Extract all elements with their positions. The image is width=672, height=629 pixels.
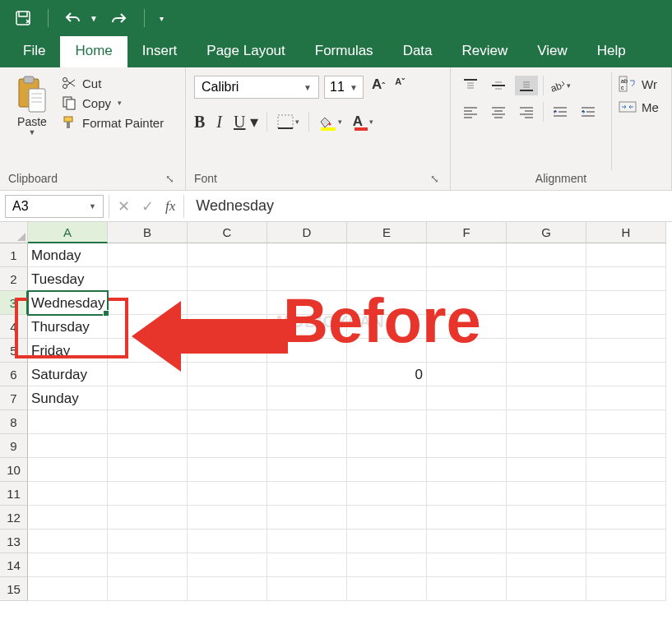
tab-view[interactable]: View: [522, 36, 582, 67]
cell-E11[interactable]: [347, 482, 427, 506]
cell-F5[interactable]: [427, 339, 507, 363]
row-header-9[interactable]: 9: [0, 434, 28, 458]
tab-file[interactable]: File: [8, 36, 60, 67]
cell-F9[interactable]: [427, 434, 507, 458]
cancel-formula-button[interactable]: ✕: [118, 197, 130, 215]
cut-button[interactable]: Cut: [61, 76, 164, 90]
enter-formula-button[interactable]: ✓: [141, 197, 154, 215]
cell-F6[interactable]: [427, 363, 507, 386]
cell-H11[interactable]: [586, 482, 666, 506]
italic-button[interactable]: I: [216, 113, 222, 132]
cell-G14[interactable]: [507, 553, 586, 577]
cell-E10[interactable]: [347, 458, 427, 482]
undo-button[interactable]: [60, 7, 86, 30]
orientation-button[interactable]: ab▾: [549, 76, 572, 95]
cell-G11[interactable]: [507, 482, 586, 506]
underline-dropdown-icon[interactable]: ▾: [250, 112, 258, 132]
cell-D3[interactable]: [267, 291, 347, 315]
cell-F4[interactable]: [427, 315, 507, 339]
cell-F7[interactable]: [427, 386, 507, 410]
clipboard-launcher-icon[interactable]: ⤡: [163, 173, 177, 185]
fx-icon[interactable]: fx: [165, 198, 175, 215]
cell-E14[interactable]: [347, 553, 427, 577]
cell-E13[interactable]: [347, 530, 427, 553]
cell-C14[interactable]: [188, 553, 267, 577]
cell-G13[interactable]: [507, 530, 586, 553]
increase-font-size-button[interactable]: Aˆ: [368, 76, 388, 98]
cell-F14[interactable]: [427, 553, 507, 577]
cell-B11[interactable]: [108, 482, 188, 506]
cell-D7[interactable]: [267, 386, 347, 410]
cell-B10[interactable]: [108, 458, 188, 482]
cell-D14[interactable]: [267, 553, 347, 577]
cell-F10[interactable]: [427, 458, 507, 482]
cell-F12[interactable]: [427, 506, 507, 530]
cell-E3[interactable]: [347, 291, 427, 315]
cell-A2[interactable]: Tuesday: [28, 267, 108, 291]
tab-home[interactable]: Home: [60, 36, 127, 67]
row-header-14[interactable]: 14: [0, 553, 28, 577]
cell-E2[interactable]: [347, 267, 427, 291]
cell-C6[interactable]: [188, 363, 267, 386]
cell-C11[interactable]: [188, 482, 267, 506]
align-middle-button[interactable]: [487, 76, 510, 95]
merge-center-button[interactable]: Me: [619, 99, 659, 115]
cell-G2[interactable]: [507, 267, 586, 291]
cell-A12[interactable]: [28, 506, 108, 530]
row-header-7[interactable]: 7: [0, 386, 28, 410]
cell-A5[interactable]: Friday: [28, 339, 108, 363]
column-header-D[interactable]: D: [267, 222, 347, 243]
formula-bar[interactable]: Wednesday: [184, 195, 672, 218]
cell-B14[interactable]: [108, 553, 188, 577]
tab-page-layout[interactable]: Page Layout: [192, 36, 299, 67]
row-header-13[interactable]: 13: [0, 530, 28, 553]
cell-C9[interactable]: [188, 434, 267, 458]
column-header-F[interactable]: F: [427, 222, 507, 243]
cell-F13[interactable]: [427, 530, 507, 553]
column-header-C[interactable]: C: [188, 222, 267, 243]
cell-H4[interactable]: [586, 315, 666, 339]
cell-C15[interactable]: [188, 577, 267, 601]
bold-button[interactable]: B: [194, 113, 205, 132]
cell-A15[interactable]: [28, 577, 108, 601]
row-header-3[interactable]: 3: [0, 291, 28, 315]
row-header-1[interactable]: 1: [0, 243, 28, 267]
cell-H1[interactable]: [586, 243, 666, 267]
font-size-dropdown[interactable]: 11 ▼: [324, 76, 364, 99]
cell-G12[interactable]: [507, 506, 586, 530]
customize-qat-icon[interactable]: ▾: [160, 14, 164, 23]
copy-button[interactable]: Copy ▾: [61, 95, 164, 110]
cell-A9[interactable]: [28, 434, 108, 458]
cell-H5[interactable]: [586, 339, 666, 363]
cell-G4[interactable]: [507, 315, 586, 339]
tab-insert[interactable]: Insert: [127, 36, 192, 67]
cell-B7[interactable]: [108, 386, 188, 410]
cell-G15[interactable]: [507, 577, 586, 601]
cell-F1[interactable]: [427, 243, 507, 267]
cell-E9[interactable]: [347, 434, 427, 458]
cell-H13[interactable]: [586, 530, 666, 553]
cell-G10[interactable]: [507, 458, 586, 482]
row-header-11[interactable]: 11: [0, 482, 28, 506]
redo-button[interactable]: [106, 7, 132, 30]
cell-B8[interactable]: [108, 410, 188, 434]
tab-formulas[interactable]: Formulas: [300, 36, 388, 67]
fill-color-button[interactable]: ▾: [317, 112, 342, 132]
font-launcher-icon[interactable]: ⤡: [428, 173, 442, 185]
name-box-dropdown-icon[interactable]: ▼: [89, 202, 96, 210]
cell-E6[interactable]: 0: [347, 363, 427, 386]
tab-help[interactable]: Help: [582, 36, 641, 67]
align-top-button[interactable]: [459, 76, 482, 95]
column-header-H[interactable]: H: [586, 222, 666, 243]
tab-data[interactable]: Data: [388, 36, 447, 67]
cell-H7[interactable]: [586, 386, 666, 410]
format-painter-button[interactable]: Format Painter: [61, 115, 164, 130]
cell-B1[interactable]: [108, 243, 188, 267]
cell-E15[interactable]: [347, 577, 427, 601]
cell-H14[interactable]: [586, 553, 666, 577]
cell-C2[interactable]: [188, 267, 267, 291]
cell-A14[interactable]: [28, 553, 108, 577]
cell-D6[interactable]: [267, 363, 347, 386]
cell-E1[interactable]: [347, 243, 427, 267]
tab-review[interactable]: Review: [447, 36, 523, 67]
